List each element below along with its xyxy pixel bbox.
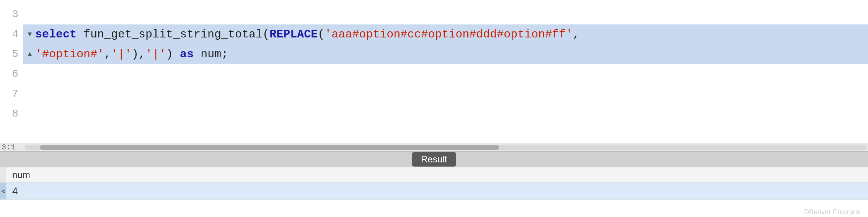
line-number-3: 3 [12,5,18,24]
paren-open: ( [318,28,325,41]
scrollbar-area: 3:1 [0,143,868,151]
line-number-4: 4 [12,24,18,44]
horizontal-scrollbar-track[interactable] [24,145,866,150]
keyword-replace: REPLACE [269,28,318,41]
line-number-5: 5 [12,44,18,64]
keyword-select: select [35,28,83,41]
comma-2: , [104,48,111,61]
row-indicator: ◁ [0,183,6,199]
fold-marker-5[interactable]: ▲ [26,50,34,58]
code-lines[interactable]: ▼ select fun_get_split_string_total( REP… [23,0,868,143]
col-name: num; [194,48,228,61]
result-divider: Result [0,151,868,167]
code-container: 3 4 5 6 7 8 ▼ select fun_get_split_strin… [0,0,868,143]
close-paren-1: ), [132,48,145,61]
close-paren-2: ) [166,48,180,61]
code-line-7 [23,84,868,104]
string-2: '#option#' [35,48,104,61]
editor-area: 3 4 5 6 7 8 ▼ select fun_get_split_strin… [0,0,868,151]
code-line-4[interactable]: ▼ select fun_get_split_string_total( REP… [23,24,868,44]
table-header-row: num [0,167,868,183]
line-number-8: 8 [12,104,18,124]
cursor-position: 3:1 [2,143,21,151]
code-line-3 [23,5,868,24]
watermark: DBeaver Enterpris [804,208,860,216]
comma-1: , [573,28,579,41]
table-data-row-1: ◁ 4 [0,183,868,200]
code-line-5[interactable]: ▲ '#option#' , '|' ), '|' ) as num; [23,44,868,64]
table-cell-num-1: 4 [6,185,83,197]
keyword-as: as [180,48,194,61]
fold-marker-4[interactable]: ▼ [26,31,34,38]
func-name: fun_get_split_string_total( [83,28,269,41]
string-4: '|' [145,48,166,61]
code-line-6 [23,64,868,84]
line-number-7: 7 [12,84,18,104]
result-table-area: num ◁ 4 DBeaver Enterpris [0,167,868,217]
string-1: 'aaa#option#cc#option#ddd#option#ff' [325,28,573,41]
horizontal-scrollbar-thumb[interactable] [40,145,499,150]
result-button[interactable]: Result [412,152,456,167]
line-numbers: 3 4 5 6 7 8 [0,0,23,143]
code-line-8 [23,104,868,124]
line-number-6: 6 [12,64,18,84]
string-3: '|' [111,48,132,61]
table-header-num: num [6,170,83,180]
